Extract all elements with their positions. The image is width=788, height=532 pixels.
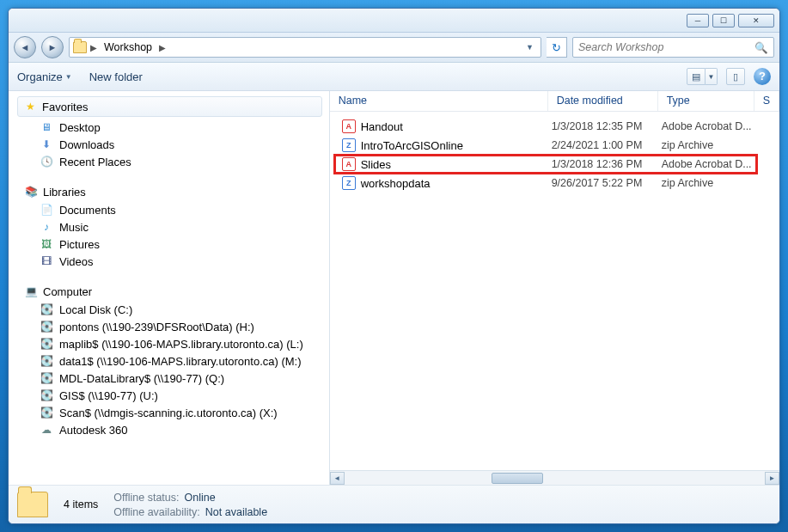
desktop-icon: 🖥 — [40, 120, 53, 134]
sidebar-computer[interactable]: 💻Computer — [15, 282, 329, 301]
downloads-icon: ⬇ — [40, 138, 53, 151]
network-drive-icon: 💽 — [40, 371, 53, 385]
item-count: 4 items — [64, 498, 98, 511]
sidebar-drive[interactable]: 💽Scan$ (\\dmgis-scanning.ic.utoronto.ca)… — [15, 404, 329, 421]
scroll-left-button[interactable]: ◄ — [330, 472, 345, 485]
search-icon: 🔍 — [754, 41, 768, 54]
sidebar-libraries[interactable]: 📚Libraries — [15, 182, 329, 201]
sidebar-drive[interactable]: 💽data1$ (\\190-106-MAPS.library.utoronto… — [15, 352, 329, 370]
sidebar-videos[interactable]: 🎞Videos — [15, 253, 329, 270]
scroll-thumb[interactable] — [492, 473, 543, 484]
navigation-pane[interactable]: ★ Favorites 🖥Desktop ⬇Downloads 🕓Recent … — [9, 91, 330, 485]
new-folder-button[interactable]: New folder — [89, 70, 143, 83]
sidebar-drive[interactable]: 💽Local Disk (C:) — [15, 301, 329, 318]
sidebar-favorites[interactable]: ★ Favorites — [17, 96, 322, 117]
computer-icon: 💻 — [24, 284, 38, 298]
chevron-down-icon: ▼ — [65, 73, 72, 81]
pictures-icon: 🖼 — [40, 237, 53, 251]
recent-icon: 🕓 — [40, 155, 53, 168]
sidebar-drive[interactable]: ☁Autodesk 360 — [15, 421, 329, 438]
chevron-down-icon[interactable]: ▼ — [522, 43, 537, 52]
column-type[interactable]: Type — [658, 91, 754, 111]
zip-icon: Z — [342, 138, 356, 152]
titlebar: ─ ☐ ✕ — [9, 9, 779, 33]
organize-menu[interactable]: Organize ▼ — [17, 70, 72, 83]
column-size[interactable]: S — [754, 91, 779, 111]
column-name[interactable]: Name — [330, 91, 548, 111]
help-button[interactable]: ? — [754, 68, 771, 85]
pdf-icon: A — [342, 157, 356, 171]
column-headers: Name Date modified Type S — [330, 91, 779, 112]
sidebar-pictures[interactable]: 🖼Pictures — [15, 235, 329, 253]
star-icon: ★ — [23, 100, 37, 113]
cloud-drive-icon: ☁ — [40, 423, 53, 437]
preview-pane-button[interactable]: ▯ — [726, 68, 745, 85]
view-options-dropdown[interactable]: ▼ — [706, 68, 718, 85]
status-bar: 4 items Offline status:Online Offline av… — [9, 485, 779, 523]
scroll-track[interactable] — [345, 472, 765, 485]
file-row[interactable]: ZIntroToArcGISOnline 2/24/2021 1:00 PM z… — [330, 136, 779, 155]
content-area: ★ Favorites 🖥Desktop ⬇Downloads 🕓Recent … — [9, 91, 779, 485]
forward-button[interactable]: ► — [41, 36, 64, 58]
offline-availability-value: Not available — [205, 506, 267, 518]
search-input[interactable]: Search Workshop 🔍 — [572, 37, 774, 58]
minimize-button[interactable]: ─ — [687, 14, 709, 28]
file-row[interactable]: AHandout 1/3/2018 12:35 PM Adobe Acrobat… — [330, 117, 779, 136]
back-button[interactable]: ◄ — [14, 36, 36, 58]
network-drive-icon: 💽 — [40, 406, 53, 419]
search-placeholder: Search Workshop — [578, 41, 663, 53]
breadcrumb[interactable]: ▶ Workshop ▶ ▼ — [69, 37, 541, 58]
refresh-button[interactable]: ↻ — [547, 37, 567, 58]
file-row[interactable]: ASlides 1/3/2018 12:36 PM Adobe Acrobat … — [330, 155, 779, 174]
offline-status-value: Online — [185, 492, 216, 504]
sidebar-drive[interactable]: 💽maplib$ (\\190-106-MAPS.library.utoront… — [15, 335, 329, 352]
network-drive-icon: 💽 — [40, 320, 53, 333]
chevron-right-icon: ▶ — [90, 43, 97, 52]
explorer-window: ─ ☐ ✕ ◄ ► ▶ Workshop ▶ ▼ ↻ Search Worksh… — [8, 8, 780, 524]
address-bar: ◄ ► ▶ Workshop ▶ ▼ ↻ Search Workshop 🔍 — [9, 33, 779, 63]
videos-icon: 🎞 — [40, 254, 53, 268]
sidebar-drive[interactable]: 💽pontons (\\190-239\DFSRoot\Data) (H:) — [15, 318, 329, 335]
close-button[interactable]: ✕ — [738, 14, 774, 28]
pdf-icon: A — [342, 119, 356, 133]
sidebar-drive[interactable]: 💽GIS$ (\\190-77) (U:) — [15, 387, 329, 404]
sidebar-drive[interactable]: 💽MDL-DataLibrary$ (\\190-77) (Q:) — [15, 370, 329, 387]
sidebar-documents[interactable]: 📄Documents — [15, 201, 329, 218]
libraries-icon: 📚 — [24, 185, 38, 199]
column-date[interactable]: Date modified — [548, 91, 658, 111]
breadcrumb-folder[interactable]: Workshop — [101, 40, 156, 55]
toolbar: Organize ▼ New folder ▤ ▼ ▯ ? — [9, 63, 779, 91]
maximize-button[interactable]: ☐ — [712, 14, 735, 28]
documents-icon: 📄 — [40, 203, 53, 217]
sidebar-downloads[interactable]: ⬇Downloads — [15, 136, 329, 153]
zip-icon: Z — [342, 176, 356, 190]
file-list[interactable]: AHandout 1/3/2018 12:35 PM Adobe Acrobat… — [330, 112, 779, 470]
file-list-pane: Name Date modified Type S AHandout 1/3/2… — [330, 91, 779, 485]
sidebar-music[interactable]: ♪Music — [15, 218, 329, 235]
offline-status-label: Offline status: — [113, 492, 179, 504]
chevron-right-icon: ▶ — [159, 43, 166, 52]
offline-availability-label: Offline availability: — [113, 506, 200, 518]
folder-icon — [73, 41, 87, 53]
sidebar-recent[interactable]: 🕓Recent Places — [15, 153, 329, 170]
folder-icon — [17, 492, 48, 517]
file-row[interactable]: Zworkshopdata 9/26/2017 5:22 PM zip Arch… — [330, 174, 779, 193]
sidebar-desktop[interactable]: 🖥Desktop — [15, 119, 329, 136]
music-icon: ♪ — [40, 220, 53, 234]
network-drive-icon: 💽 — [40, 337, 53, 351]
disk-icon: 💽 — [40, 303, 53, 316]
network-drive-icon: 💽 — [40, 354, 53, 368]
horizontal-scrollbar[interactable]: ◄ ► — [330, 470, 779, 485]
view-options-button[interactable]: ▤ — [687, 68, 706, 85]
network-drive-icon: 💽 — [40, 388, 53, 402]
scroll-right-button[interactable]: ► — [765, 472, 779, 485]
